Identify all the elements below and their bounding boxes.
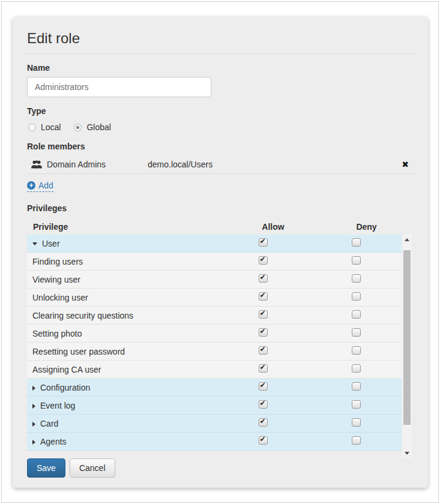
privilege-row[interactable]: Unlocking user (27, 289, 402, 307)
privilege-label: User (42, 239, 60, 248)
plus-circle-icon: + (27, 181, 35, 190)
privilege-label: Viewing user (32, 275, 80, 284)
name-label: Name (27, 63, 414, 73)
allow-checkbox[interactable] (259, 310, 268, 319)
save-button[interactable]: Save (27, 458, 65, 478)
member-row: Domain Admins demo.local/Users ✖ (27, 155, 414, 174)
deny-checkbox[interactable] (352, 346, 361, 355)
privilege-row[interactable]: Agents (27, 433, 402, 451)
page-frame: Edit role Name Type Local Global Role me… (1, 1, 439, 503)
deny-checkbox[interactable] (352, 310, 361, 319)
allow-checkbox[interactable] (259, 400, 268, 409)
expand-icon[interactable] (32, 422, 35, 427)
privilege-label: Finding users (32, 257, 83, 266)
radio-global-label[interactable]: Global (86, 122, 110, 132)
member-name: Domain Admins (47, 160, 148, 169)
column-header-privilege: Privilege (33, 222, 225, 232)
page-title: Edit role (27, 30, 414, 54)
allow-checkbox[interactable] (259, 346, 268, 355)
deny-checkbox[interactable] (352, 418, 361, 427)
privilege-label: Setting photo (32, 329, 82, 338)
deny-checkbox[interactable] (352, 328, 361, 337)
add-link-label: Add (38, 181, 53, 190)
privilege-label: Configuration (40, 383, 90, 392)
type-radio-group: Local Global (28, 122, 414, 133)
add-member-link[interactable]: + Add (27, 181, 53, 192)
collapse-icon[interactable] (32, 242, 37, 245)
privilege-row[interactable]: Setting photo (27, 325, 402, 343)
edit-role-dialog: Edit role Name Type Local Global Role me… (13, 17, 428, 488)
deny-checkbox[interactable] (352, 256, 361, 265)
privileges-body: User Finding users Viewing user Unlockin… (27, 235, 402, 451)
privilege-label: Clearing security questions (32, 311, 133, 320)
arrow-up-icon (405, 238, 409, 241)
column-header-allow: Allow (262, 222, 284, 232)
scroll-up-button[interactable] (402, 235, 412, 244)
allow-checkbox[interactable] (259, 364, 268, 373)
privilege-label: Resetting user password (32, 347, 125, 356)
privilege-row[interactable]: Viewing user (27, 271, 402, 289)
privilege-label: Agents (40, 437, 67, 446)
expand-icon[interactable] (32, 440, 35, 445)
scroll-thumb[interactable] (403, 250, 411, 425)
privilege-label: Unlocking user (32, 293, 88, 302)
role-name-input[interactable] (27, 77, 211, 97)
deny-checkbox[interactable] (352, 382, 361, 391)
expand-icon[interactable] (32, 404, 35, 409)
allow-checkbox[interactable] (259, 436, 268, 445)
privilege-row[interactable]: Clearing security questions (27, 307, 402, 325)
privilege-label: Card (40, 419, 58, 428)
deny-checkbox[interactable] (352, 364, 361, 373)
privilege-row[interactable]: Configuration (27, 379, 402, 397)
radio-local-label[interactable]: Local (41, 122, 61, 132)
type-label: Type (27, 106, 414, 116)
arrow-down-icon (405, 452, 409, 455)
deny-checkbox[interactable] (352, 292, 361, 301)
users-icon (31, 160, 43, 169)
cancel-button[interactable]: Cancel (70, 458, 115, 478)
dialog-actions: Save Cancel (27, 458, 414, 478)
privilege-label: Event log (40, 401, 75, 410)
privileges-table: Privilege Allow Deny User Finding users … (27, 218, 412, 451)
radio-global[interactable] (74, 124, 82, 131)
allow-checkbox[interactable] (259, 292, 268, 301)
deny-checkbox[interactable] (352, 436, 361, 445)
member-path: demo.local/Users (148, 160, 402, 169)
allow-checkbox[interactable] (259, 256, 268, 265)
allow-checkbox[interactable] (259, 274, 268, 283)
radio-local[interactable] (28, 124, 36, 131)
deny-checkbox[interactable] (352, 400, 361, 409)
privilege-label: Assigning CA user (32, 365, 101, 374)
deny-checkbox[interactable] (352, 238, 361, 247)
allow-checkbox[interactable] (259, 382, 268, 391)
expand-icon[interactable] (32, 386, 35, 391)
allow-checkbox[interactable] (259, 418, 268, 427)
deny-checkbox[interactable] (352, 274, 361, 283)
privileges-header: Privilege Allow Deny (27, 218, 412, 235)
privilege-row[interactable]: User (27, 235, 402, 253)
privilege-row[interactable]: Card (27, 415, 402, 433)
privilege-row[interactable]: Event log (27, 397, 402, 415)
role-members-label: Role members (27, 142, 414, 151)
privilege-row[interactable]: Finding users (27, 253, 402, 271)
privilege-row[interactable]: Resetting user password (27, 343, 402, 361)
scrollbar[interactable] (402, 235, 412, 458)
privilege-row[interactable]: Assigning CA user (27, 361, 402, 379)
allow-checkbox[interactable] (259, 238, 268, 247)
privileges-label: Privileges (27, 203, 414, 213)
allow-checkbox[interactable] (259, 328, 268, 337)
remove-member-button[interactable]: ✖ (402, 160, 409, 169)
column-header-deny: Deny (356, 222, 376, 232)
scroll-down-button[interactable] (402, 448, 412, 458)
